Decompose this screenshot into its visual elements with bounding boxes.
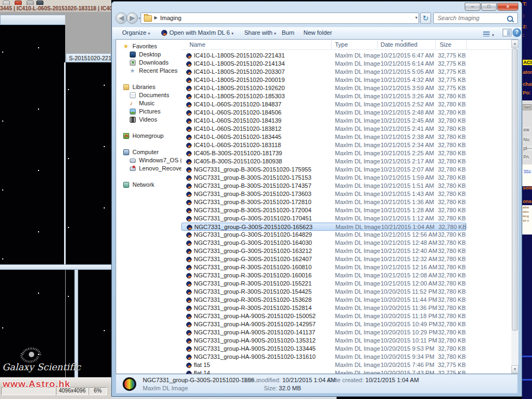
file-row[interactable]: NGC7331_group-B-300S-20151020-174357MaxI… [181, 182, 510, 190]
sidebar-item-pictures[interactable]: Pictures [116, 107, 181, 116]
sidebar-item-documents[interactable]: Documents [116, 91, 181, 99]
file-row[interactable]: NGC7331_group-HA-900S-20151020-135312Max… [181, 337, 510, 345]
file-row[interactable]: NGC7331_group-G-300S-20151020-170451MaxI… [181, 214, 510, 223]
file-row[interactable]: flat 15MaxIm DL Image10/20/2015 7:46 PM3… [181, 361, 510, 369]
star-window-title[interactable]: S-20151020-221431 [66, 53, 111, 62]
sidebar-item-homegroup[interactable]: Homegroup [116, 132, 181, 140]
favorites-star-icon: ★ [123, 43, 129, 49]
history-dropdown-icon[interactable]: ▾ [138, 16, 141, 21]
sidebar-item-desktop[interactable]: Desktop [116, 50, 181, 59]
file-type: MaxIm DL Image [335, 206, 380, 214]
file-row[interactable]: IC405-B-300S-20151020-181739MaxIm DL Ima… [181, 149, 510, 157]
search-box[interactable] [433, 12, 518, 24]
sidebar-item-music[interactable]: ♪Music [116, 99, 181, 107]
file-row[interactable]: IC410-L-060S-20151020-183812MaxIm DL Ima… [181, 125, 510, 133]
file-row[interactable]: NGC7331_group-HA-900S-20151020-131610Max… [181, 353, 510, 361]
file-row[interactable]: NGC7331_group-R-300S-20151020-154425MaxI… [181, 288, 510, 296]
file-row[interactable]: NGC7331_group-HA-900S-20151020-150052Max… [181, 312, 510, 320]
file-row[interactable]: NGC7331_group-R-300S-20151020-160810MaxI… [181, 263, 510, 271]
file-type: MaxIm DL Image [335, 296, 380, 304]
file-row[interactable]: IC410-L-1800S-20151020-221431MaxIm DL Im… [181, 52, 510, 60]
file-row[interactable]: IC410-L-1800S-20151020-214134MaxIm DL Im… [181, 60, 510, 68]
sidebar-item-network[interactable]: Network [116, 181, 181, 189]
file-row[interactable]: IC410-L-060S-20151020-183118MaxIm DL Ima… [181, 141, 510, 149]
file-row-selected[interactable]: NGC7331_group-G-300S-20151020-165623MaxI… [181, 223, 466, 231]
file-row[interactable]: IC410-L-060S-20151020-184139MaxIm DL Ima… [181, 117, 510, 125]
file-size: 32,780 KB [419, 247, 466, 255]
file-row[interactable]: NGC7331_group-HA-900S-20151020-133445Max… [181, 345, 510, 353]
sidebar-item-downloads[interactable]: Downloads [116, 59, 181, 67]
sidebar-item-libraries[interactable]: Libraries [116, 83, 181, 91]
scroll-up-icon[interactable]: ▲ [511, 40, 518, 48]
address-dropdown-icon[interactable]: ▾ [415, 15, 417, 20]
column-header-size[interactable]: Size [440, 41, 451, 48]
column-header-name[interactable]: Name [189, 41, 205, 48]
forward-button[interactable]: ▶ [126, 12, 138, 24]
maxim-toolbar [0, 0, 111, 5]
sidebar-item-windows7-os-c-[interactable]: Windows7_OS (C:) [116, 156, 181, 164]
sidebar-item-videos[interactable]: Videos [116, 116, 181, 124]
maximize-button[interactable]: □ [481, 3, 497, 11]
file-name: IC410-L-060S-20151020-184837 [194, 100, 281, 109]
help-button[interactable]: ? [512, 28, 521, 37]
address-bar[interactable]: ▶ Imaging ▾ [141, 12, 419, 24]
sidebar-item-recent-places[interactable]: ★Recent Places [116, 67, 181, 75]
file-name: NGC7331_group-R-300S-20151020-153628 [194, 296, 312, 304]
file-row[interactable]: NGC7331_group-B-300S-20151020-172004MaxI… [181, 206, 510, 214]
close-button[interactable]: × [497, 3, 518, 11]
back-button[interactable]: ◀ [116, 12, 127, 24]
file-row[interactable]: NGC7331_group-R-300S-20151020-153628MaxI… [181, 296, 510, 304]
breadcrumb[interactable]: Imaging [160, 15, 181, 21]
star-window-frame[interactable] [0, 15, 66, 25]
file-size: 32,780 KB [419, 92, 466, 100]
search-input[interactable] [436, 14, 506, 22]
file-row[interactable]: NGC7331_group-R-300S-20151020-155221MaxI… [181, 280, 510, 288]
file-row[interactable]: IC410-L-1800S-20151020-185303MaxIm DL Im… [181, 92, 510, 100]
organize-button[interactable]: Organize ▾ [122, 29, 150, 36]
file-size: 32,780 KB [419, 206, 466, 214]
file-row[interactable]: NGC7331_group-R-300S-20151020-152814MaxI… [181, 304, 510, 312]
vertical-scrollbar[interactable]: ▲ ▼ [511, 40, 518, 373]
sidebar-item-favorites[interactable]: ★Favorites [116, 42, 181, 50]
scroll-down-icon[interactable]: ▼ [511, 365, 518, 373]
file-size: 32,780 KB [420, 223, 466, 231]
sidebar-item-computer[interactable]: Computer [116, 148, 181, 156]
file-name: NGC7331_group-B-300S-20151020-173603 [194, 190, 312, 198]
preview-pane-button[interactable] [503, 29, 511, 36]
file-row[interactable]: NGC7331_group-G-300S-20151020-164030MaxI… [181, 239, 510, 247]
star-window-frame-2[interactable] [0, 264, 111, 270]
refresh-button[interactable]: ↻ [420, 12, 431, 24]
file-row[interactable]: NGC7331_group-B-300S-20151020-175955MaxI… [181, 166, 510, 174]
file-row[interactable]: IC410-L-1800S-20151020-200019MaxIm DL Im… [181, 76, 510, 84]
column-header-date[interactable]: Date modified [381, 41, 417, 48]
open-with-button[interactable]: Open with MaxIm DL 6 ▾ [161, 29, 233, 36]
minimize-button[interactable]: – [465, 3, 480, 11]
column-header-type[interactable]: Type [335, 41, 348, 48]
file-row[interactable]: IC410-L-1800S-20151020-203307MaxIm DL Im… [181, 68, 510, 76]
file-row[interactable]: NGC7331_group-R-300S-20151020-160016MaxI… [181, 271, 510, 280]
file-row[interactable]: IC410-L-060S-20151020-183445MaxIm DL Ima… [181, 133, 510, 141]
console-text-fragment: onso [523, 199, 532, 204]
file-row[interactable]: NGC7331_group-HA-900S-20151020-141137Max… [181, 328, 510, 337]
file-row[interactable]: NGC7331_group-HA-900S-20151020-142957Max… [181, 320, 510, 328]
sidebar-item-lenovo-recovery-c[interactable]: Lenovo_Recovery (C [116, 164, 181, 173]
file-row[interactable]: NGC7331_group-B-300S-20151020-173603MaxI… [181, 190, 510, 198]
maxim-file-icon [186, 94, 192, 99]
file-size: 32,780 KB [419, 304, 466, 312]
file-row[interactable]: IC410-L-060S-20151020-184506MaxIm DL Ima… [181, 109, 510, 117]
file-row[interactable]: NGC7331_group-G-300S-20151020-164829MaxI… [181, 231, 510, 239]
file-row[interactable]: NGC7331_group-B-300S-20151020-172810MaxI… [181, 198, 510, 206]
file-row[interactable]: NGC7331_group-G-300S-20151020-162407MaxI… [181, 255, 510, 263]
maxim-file-icon [186, 257, 192, 262]
share-with-button[interactable]: Share with ▾ [244, 29, 276, 36]
file-row[interactable]: IC410-L-060S-20151020-184837MaxIm DL Ima… [181, 100, 510, 109]
file-row[interactable]: IC410-L-1800S-20151020-192620MaxIm DL Im… [181, 84, 510, 92]
new-folder-button[interactable]: New folder [303, 29, 332, 36]
burn-button[interactable]: Burn [282, 29, 294, 36]
scrollbar-thumb[interactable] [512, 48, 518, 331]
file-row[interactable]: IC405-B-300S-20151020-180938MaxIm DL Ima… [181, 157, 510, 166]
views-button[interactable]: ▾ [483, 29, 499, 38]
file-row[interactable]: NGC7331_group-B-300S-20151020-175153MaxI… [181, 174, 510, 182]
file-name: flat 15 [194, 361, 210, 369]
file-row[interactable]: NGC7331_group-G-300S-20151020-163212MaxI… [181, 247, 510, 255]
